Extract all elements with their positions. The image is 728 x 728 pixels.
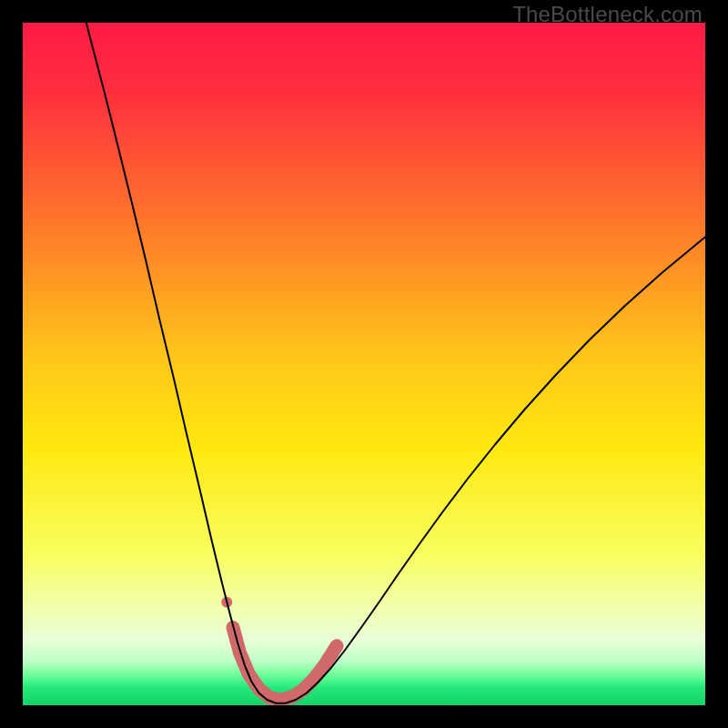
bottleneck-chart <box>23 23 705 705</box>
watermark-text: TheBottleneck.com <box>512 2 703 27</box>
chart-frame <box>23 23 705 705</box>
chart-background-gradient <box>23 23 705 705</box>
